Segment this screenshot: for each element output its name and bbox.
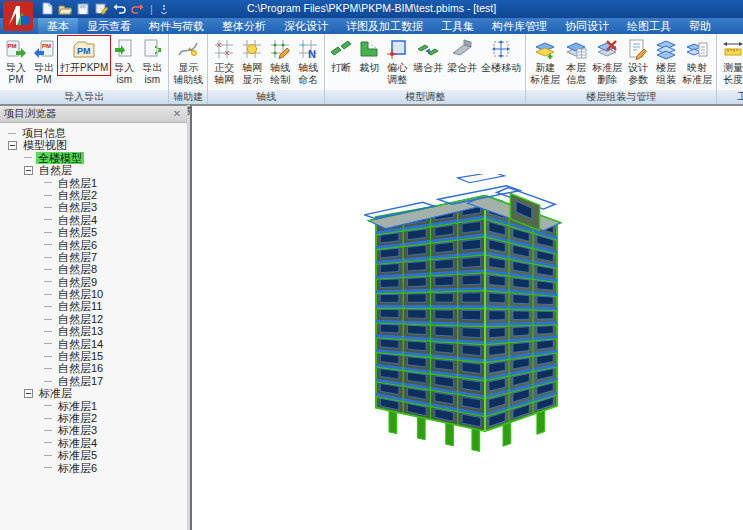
tree-item-标准层6[interactable]: 标准层6 [0, 462, 187, 474]
ribbon-button-轴线绘制[interactable]: 轴线绘制 [266, 36, 294, 86]
project-browser-header: 项目浏览器 ✕ [0, 106, 187, 123]
tree-item-全楼模型[interactable]: 全楼模型 [0, 152, 187, 164]
std-floor-delete-icon [595, 37, 619, 61]
tree-item-自然层2[interactable]: 自然层2 [0, 189, 187, 201]
tab-帮助[interactable]: 帮助 [680, 18, 720, 34]
ribbon-button-轴线命名[interactable]: N轴线命名 [294, 36, 322, 86]
tree-item-标准层[interactable]: 标准层 [0, 387, 187, 399]
tree-connector [44, 455, 52, 456]
collapse-icon[interactable] [8, 141, 17, 150]
tree-connector [44, 195, 52, 196]
tree-connector [44, 418, 52, 419]
tab-深化设计[interactable]: 深化设计 [275, 18, 337, 34]
tab-协同设计[interactable]: 协同设计 [556, 18, 618, 34]
ribbon-button-全楼移动[interactable]: 全楼移动 [479, 36, 523, 75]
undo-icon[interactable] [112, 2, 126, 15]
ribbon-button-label: 新建标准层 [530, 62, 560, 85]
ortho-grid-icon [212, 37, 236, 61]
tree-item-自然层11[interactable]: 自然层11 [0, 300, 187, 312]
tree-item-自然层1[interactable]: 自然层1 [0, 177, 187, 189]
import-ism-icon [112, 37, 136, 61]
ribbon-button-label: 墙合并 [413, 62, 443, 74]
ribbon-button-label: 轴线绘制 [270, 62, 290, 85]
collapse-icon[interactable] [24, 166, 33, 175]
tree-item-自然层7[interactable]: 自然层7 [0, 251, 187, 263]
tree-item-label: 自然层10 [56, 288, 105, 300]
svg-text:PM: PM [42, 43, 51, 49]
ribbon-button-导出PM[interactable]: PM导出PM [30, 36, 58, 86]
ribbon-button-映射标准层[interactable]: 映射标准层 [680, 36, 714, 86]
ribbon-button-设计参数[interactable]: 设计参数 [624, 36, 652, 86]
tree-item-标准层4[interactable]: 标准层4 [0, 437, 187, 449]
ribbon-button-正交轴网[interactable]: 正交轴网 [210, 36, 238, 86]
ribbon-button-轴网显示[interactable]: 轴网显示 [238, 36, 266, 86]
tree-item-标准层1[interactable]: 标准层1 [0, 400, 187, 412]
ribbon-button-标准层删除[interactable]: 标准层删除 [590, 36, 624, 86]
ribbon-group-辅助建模: 显示辅助线辅助建模 [169, 34, 208, 104]
tree-item-自然层6[interactable]: 自然层6 [0, 239, 187, 251]
save-icon[interactable] [76, 2, 90, 15]
model-viewport[interactable] [190, 105, 743, 530]
tree-item-自然层8[interactable]: 自然层8 [0, 263, 187, 275]
tree-item-自然层15[interactable]: 自然层15 [0, 350, 187, 362]
tab-构件库管理[interactable]: 构件库管理 [483, 18, 556, 34]
ribbon-button-label: 偏心调整 [387, 62, 407, 85]
tree-item-label: 自然层8 [56, 263, 99, 275]
ribbon-button-裁切[interactable]: 裁切 [355, 36, 383, 75]
open-file-icon[interactable] [58, 2, 72, 15]
app-logo-icon[interactable] [3, 1, 33, 31]
axis-name-icon: N [296, 37, 320, 61]
tree-item-label: 标准层4 [56, 437, 99, 449]
tab-基本[interactable]: 基本 [38, 18, 78, 34]
tree-item-自然层4[interactable]: 自然层4 [0, 214, 187, 226]
tree-item-自然层13[interactable]: 自然层13 [0, 325, 187, 337]
tab-详图及加工数据[interactable]: 详图及加工数据 [337, 18, 432, 34]
ribbon-button-显示辅助线[interactable]: 显示辅助线 [171, 36, 205, 86]
tree-item-模型视图[interactable]: 模型视图 [0, 139, 187, 151]
close-icon[interactable]: ✕ [171, 108, 183, 120]
ribbon-button-导入ism[interactable]: 导入ism [110, 36, 138, 86]
tree-item-自然层14[interactable]: 自然层14 [0, 338, 187, 350]
tab-绘图工具[interactable]: 绘图工具 [618, 18, 680, 34]
ribbon-button-打开PKPM[interactable]: PM打开PKPM [58, 36, 110, 75]
tree-item-label: 自然层17 [56, 375, 105, 387]
tree-item-自然层3[interactable]: 自然层3 [0, 201, 187, 213]
tab-整体分析[interactable]: 整体分析 [213, 18, 275, 34]
tree-item-项目信息[interactable]: 项目信息 [0, 127, 187, 139]
ribbon-button-label: 楼层组装 [656, 62, 676, 85]
tab-工具集[interactable]: 工具集 [432, 18, 483, 34]
project-browser-panel: 项目浏览器 ✕ 项目信息模型视图全楼模型自然层自然层1自然层2自然层3自然层4自… [0, 105, 187, 530]
tab-构件与荷载[interactable]: 构件与荷载 [140, 18, 213, 34]
collapse-icon[interactable] [24, 389, 33, 398]
tree-item-标准层3[interactable]: 标准层3 [0, 424, 187, 436]
redo-icon[interactable] [130, 2, 144, 15]
tab-显示查看[interactable]: 显示查看 [78, 18, 140, 34]
ribbon-button-label: 轴网显示 [242, 62, 262, 85]
ribbon-button-label: 梁合并 [447, 62, 477, 74]
beam-merge-icon [450, 37, 474, 61]
tree-item-自然层5[interactable]: 自然层5 [0, 226, 187, 238]
tree-item-自然层12[interactable]: 自然层12 [0, 313, 187, 325]
ribbon-button-导出ism[interactable]: 导出ism [138, 36, 166, 86]
ribbon-button-墙合并[interactable]: 墙合并 [411, 36, 445, 75]
tree-item-自然层10[interactable]: 自然层10 [0, 288, 187, 300]
more-icon[interactable] [157, 2, 171, 15]
tree-item-自然层[interactable]: 自然层 [0, 164, 187, 176]
ribbon-button-导入PM[interactable]: PM导入PM [2, 36, 30, 86]
ribbon-button-本层信息[interactable]: 本层信息 [562, 36, 590, 86]
tree-item-自然层9[interactable]: 自然层9 [0, 276, 187, 288]
tree-connector [44, 207, 52, 208]
export-pm-icon: PM [32, 37, 56, 61]
ribbon-button-新建标准层[interactable]: 新建标准层 [528, 36, 562, 86]
ribbon-button-楼层组装[interactable]: 楼层组装 [652, 36, 680, 86]
ribbon-button-梁合并[interactable]: 梁合并 [445, 36, 479, 75]
tree-item-标准层5[interactable]: 标准层5 [0, 449, 187, 461]
ribbon-button-偏心调整[interactable]: 偏心调整 [383, 36, 411, 86]
tree-item-自然层16[interactable]: 自然层16 [0, 362, 187, 374]
ribbon-button-测量长度[interactable]: 测量长度 [719, 36, 743, 86]
ribbon-button-打断[interactable]: 打断 [327, 36, 355, 75]
save-as-icon[interactable] [94, 2, 108, 15]
tree-item-标准层2[interactable]: 标准层2 [0, 412, 187, 424]
tree-item-自然层17[interactable]: 自然层17 [0, 375, 187, 387]
new-file-icon[interactable] [40, 2, 54, 15]
